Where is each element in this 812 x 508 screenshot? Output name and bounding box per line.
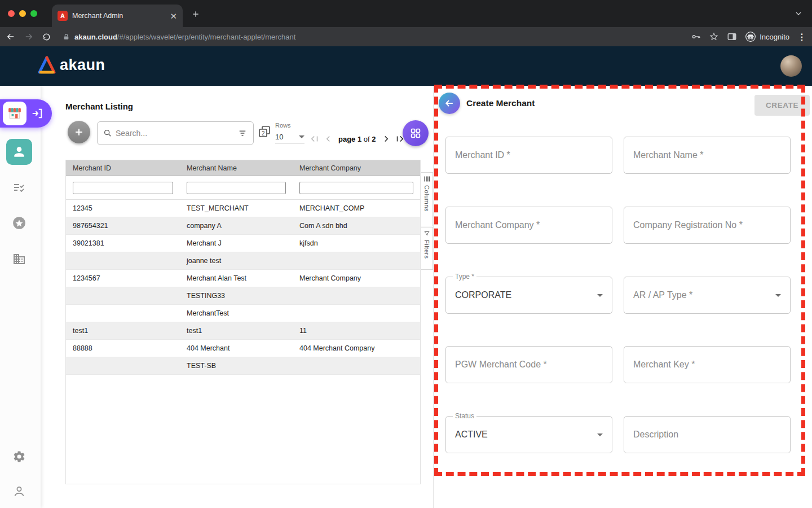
url-text: akaun.cloud/#/applets/wavelet/erp/entity… (74, 33, 295, 41)
table-row[interactable]: TEST-SB (66, 357, 420, 375)
pagination: page 1 of 2 (309, 132, 405, 146)
user-avatar[interactable] (780, 55, 802, 77)
tab-favicon: A (58, 11, 68, 21)
merchant-key-field[interactable]: Merchant Key * (624, 346, 791, 383)
sidebar-item-organization[interactable] (12, 252, 27, 266)
next-page-button[interactable] (381, 133, 392, 144)
address-bar[interactable]: akaun.cloud/#/applets/wavelet/erp/entity… (59, 33, 683, 41)
status-select[interactable]: Status ACTIVE (445, 416, 612, 453)
akaun-logo-text: akaun (60, 56, 105, 74)
tab-title: Merchant Admin (72, 12, 165, 20)
table-row[interactable]: joanne test (66, 252, 420, 270)
filter-input-merchant-id[interactable] (73, 182, 173, 194)
rows-per-page-select[interactable]: 10 (275, 131, 304, 143)
table-row[interactable]: MerchantTest (66, 305, 420, 322)
search-icon (103, 129, 112, 138)
filter-input-merchant-company[interactable] (299, 182, 413, 194)
column-header-merchant-name[interactable]: Merchant Name (180, 160, 293, 176)
ar-ap-type-label: AR / AP Type * (633, 290, 692, 300)
merchant-name-field[interactable]: Merchant Name * (624, 137, 791, 174)
search-input[interactable] (116, 129, 234, 138)
side-panel-icon[interactable] (727, 32, 737, 42)
chevron-down-icon (299, 135, 304, 138)
table-row[interactable]: 987654321company ACom A sdn bhd (66, 217, 420, 235)
window-close-button[interactable] (8, 10, 15, 17)
first-page-button[interactable] (309, 133, 320, 144)
table-row[interactable]: 1234567Merchant Alan TestMerchant Compan… (66, 270, 420, 287)
table-row[interactable]: test1test111 (66, 322, 420, 340)
merchant-table: Merchant ID Merchant Name Merchant Compa… (65, 160, 421, 484)
url-host: akaun.cloud (74, 33, 117, 41)
status-select-label: Status (453, 412, 476, 420)
window-minimize-button[interactable] (19, 10, 26, 17)
table-row[interactable]: 39021381Merchant Jkjfsdn (66, 235, 420, 252)
column-header-merchant-company[interactable]: Merchant Company (293, 160, 420, 176)
table-filter-row (66, 176, 420, 200)
browser-menu-kebab-icon[interactable]: ⋮ (797, 32, 806, 42)
tab-columns[interactable]: Columns (421, 172, 433, 226)
new-tab-button[interactable] (189, 8, 202, 20)
sidebar-item-transactions[interactable] (12, 181, 27, 195)
sidebar-item-favourites[interactable] (12, 216, 27, 230)
ar-ap-type-select[interactable]: AR / AP Type * (624, 277, 791, 314)
sidebar-item-entity[interactable] (6, 139, 32, 165)
app-header: akaun (0, 46, 812, 86)
create-button[interactable]: CREATE (754, 95, 810, 116)
column-header-merchant-id[interactable]: Merchant ID (66, 160, 180, 176)
table-header-row: Merchant ID Merchant Name Merchant Compa… (66, 160, 420, 176)
screen: A Merchant Admin ✕ akaun.cloud/#/applets… (0, 0, 812, 508)
funnel-icon (423, 230, 430, 237)
sidebar-settings[interactable] (12, 449, 27, 464)
svg-text:2: 2 (262, 130, 265, 137)
arrow-left-icon (444, 98, 455, 109)
tab-filters-label: Filters (423, 240, 430, 259)
akaun-logo[interactable]: akaun (37, 56, 105, 74)
chevron-down-icon (597, 294, 603, 297)
chevron-down-icon (775, 294, 781, 297)
browser-tab-strip: A Merchant Admin ✕ (0, 0, 812, 27)
sidebar-item-merchant-applet[interactable] (0, 99, 52, 128)
table-row[interactable]: 12345TEST_MERCHANTMERCHANT_COMP (66, 200, 420, 217)
rows-per-page-label: Rows (275, 122, 291, 129)
status-select-value: ACTIVE (455, 430, 488, 440)
pgw-merchant-code-field[interactable]: PGW Merchant Code * (445, 346, 612, 383)
star-circle-icon (12, 216, 27, 230)
open-applet-arrow-icon (31, 107, 43, 120)
table-row[interactable]: 88888404 Merchant404 Merchant Company (66, 340, 420, 357)
merchant-company-field[interactable]: Merchant Company * (445, 207, 612, 244)
tab-close-icon[interactable]: ✕ (170, 12, 177, 20)
incognito-icon (745, 31, 756, 42)
content-area: Merchant Listing 2 Rows 10 page 1 of 2 (0, 86, 812, 508)
back-button[interactable] (6, 32, 16, 42)
plus-icon (191, 10, 200, 19)
page-title: Merchant Listing (65, 102, 133, 111)
person-icon (12, 144, 27, 159)
add-merchant-button[interactable] (68, 121, 90, 143)
back-to-listing-button[interactable] (439, 93, 460, 114)
window-zoom-button[interactable] (30, 10, 37, 17)
sidebar-profile[interactable] (12, 484, 27, 499)
view-grid-button[interactable] (403, 120, 429, 146)
filter-input-merchant-name[interactable] (187, 182, 286, 194)
tab-search-chevron-icon[interactable] (794, 9, 803, 20)
gear-icon (12, 450, 26, 463)
merchant-id-field[interactable]: Merchant ID * (445, 137, 612, 174)
store-applet-icon (3, 102, 27, 125)
bookmark-star-icon[interactable] (709, 32, 719, 42)
browser-tab[interactable]: A Merchant Admin ✕ (52, 5, 183, 27)
person-outline-icon (12, 485, 26, 498)
window-controls (8, 10, 37, 17)
table-row[interactable]: TESTING33 (66, 287, 420, 305)
lock-icon (63, 33, 70, 41)
password-key-icon[interactable] (691, 32, 701, 42)
tab-filters[interactable]: Filters (421, 227, 433, 270)
description-field[interactable]: Description (624, 416, 791, 453)
forward-button[interactable] (24, 32, 34, 42)
plus-icon (73, 126, 85, 138)
previous-page-button[interactable] (323, 133, 334, 144)
reload-button[interactable] (42, 32, 51, 42)
company-registration-no-field[interactable]: Company Registration No * (624, 207, 791, 244)
rows-per-page-value: 10 (275, 133, 283, 141)
filter-list-icon[interactable] (237, 128, 248, 138)
type-select[interactable]: Type * CORPORATE (445, 277, 612, 314)
